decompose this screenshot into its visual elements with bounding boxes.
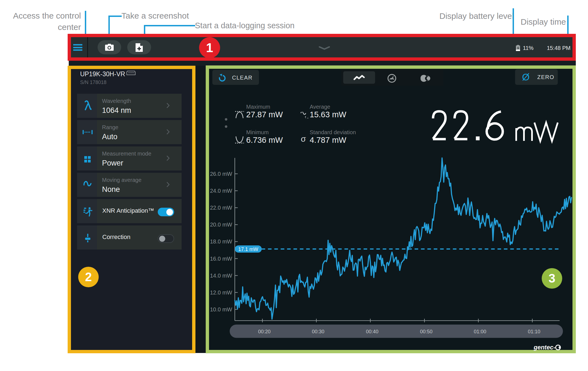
svg-text:18.0 mW: 18.0 mW — [210, 238, 232, 245]
svg-text:14.0 mW: 14.0 mW — [210, 273, 232, 279]
svg-text:00:20: 00:20 — [258, 329, 271, 334]
svg-text:00:30: 00:30 — [312, 329, 324, 334]
svg-text:01:00: 01:00 — [474, 329, 486, 334]
svg-text:16.0 mW: 16.0 mW — [210, 256, 232, 262]
svg-text:22.0 mW: 22.0 mW — [210, 205, 232, 211]
svg-text:17.1 mW: 17.1 mW — [238, 247, 258, 252]
svg-text:00:50: 00:50 — [420, 329, 432, 334]
svg-text:20.0 mW: 20.0 mW — [210, 222, 232, 228]
svg-text:26.0 mW: 26.0 mW — [210, 171, 232, 177]
svg-text:12.0 mW: 12.0 mW — [210, 289, 232, 296]
svg-text:10.0 mW: 10.0 mW — [210, 306, 232, 312]
svg-text:00:40: 00:40 — [366, 329, 378, 334]
svg-text:01:10: 01:10 — [528, 329, 540, 334]
svg-text:24.0 mW: 24.0 mW — [210, 188, 232, 194]
